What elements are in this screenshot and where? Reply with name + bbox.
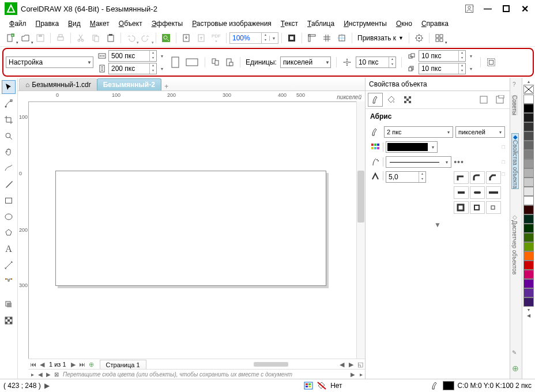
no-fill-well[interactable] bbox=[523, 85, 534, 94]
outline-style-settings-icon[interactable]: ••• bbox=[454, 157, 464, 167]
drawing-area[interactable]: 0 100 200 300 400 500 пикселей 0 100 200… bbox=[18, 91, 365, 379]
new-doc-icon[interactable]: +▾ bbox=[3, 32, 17, 44]
palette-swatch[interactable] bbox=[523, 104, 534, 113]
grid-toggle-icon[interactable] bbox=[320, 32, 334, 44]
cap-square[interactable] bbox=[486, 186, 501, 199]
palette-scroll-up[interactable]: ▴ bbox=[528, 79, 530, 84]
menu-layout[interactable]: Макет bbox=[86, 20, 113, 28]
redo-icon[interactable]: ▾ bbox=[139, 32, 153, 44]
ellipse-tool[interactable] bbox=[2, 210, 15, 223]
menu-bitmap[interactable]: Растровые изображения bbox=[189, 20, 275, 28]
page-next[interactable]: ▶ bbox=[69, 361, 78, 368]
snap-dropdown[interactable]: Привязать к▼ bbox=[355, 34, 406, 42]
status-outline-swatch[interactable] bbox=[443, 381, 454, 390]
palette-swatch[interactable] bbox=[523, 251, 534, 261]
menu-table[interactable]: Таблица bbox=[304, 20, 338, 28]
pos-inside[interactable] bbox=[486, 201, 501, 214]
pos-outside[interactable] bbox=[454, 201, 469, 214]
treat-as-filled-icon[interactable] bbox=[486, 57, 496, 67]
print-icon[interactable] bbox=[54, 32, 67, 44]
palette-swatch[interactable] bbox=[523, 214, 534, 224]
palette-swatch[interactable] bbox=[523, 224, 534, 233]
orientation-landscape[interactable] bbox=[184, 55, 199, 69]
expand-section[interactable]: ▼ bbox=[370, 217, 505, 232]
corner-bevel[interactable] bbox=[486, 171, 501, 184]
menu-text[interactable]: Текст bbox=[277, 20, 302, 28]
signin-icon[interactable]: 1 bbox=[460, 1, 479, 16]
docker-object-manager[interactable]: ◇Диспетчер объектов bbox=[511, 214, 518, 274]
palette-swatch[interactable] bbox=[523, 242, 534, 251]
page-add[interactable]: ⊕ bbox=[87, 361, 96, 368]
close-button[interactable]: ✕ bbox=[515, 1, 534, 16]
minimize-button[interactable]: — bbox=[479, 1, 497, 16]
outline-units-combo[interactable]: ▾ bbox=[455, 126, 505, 138]
document-palette[interactable]: ▸◀▶ ⊠ Перетащите сюда цвета (или объекты… bbox=[28, 369, 365, 379]
page-width-input[interactable]: ▴▾ bbox=[108, 50, 157, 62]
menu-view[interactable]: Вид bbox=[65, 20, 84, 28]
page-width-dd[interactable]: ▾ bbox=[158, 54, 166, 59]
maximize-button[interactable] bbox=[497, 1, 515, 16]
options-icon[interactable] bbox=[412, 32, 426, 44]
connector-tool[interactable] bbox=[2, 275, 15, 288]
palette-swatch[interactable] bbox=[523, 196, 534, 205]
status-play-icon[interactable]: ▶ bbox=[44, 382, 50, 390]
add-docker-icon[interactable]: ⊕ bbox=[512, 364, 519, 373]
horizontal-scrollbar[interactable] bbox=[150, 361, 334, 368]
eyedropper-side-icon[interactable]: ✎ bbox=[512, 349, 517, 356]
search-content-icon[interactable] bbox=[159, 32, 173, 44]
palette-swatch[interactable] bbox=[523, 131, 534, 141]
shape-tool[interactable] bbox=[2, 97, 15, 110]
open-icon[interactable]: ▾ bbox=[18, 32, 32, 44]
text-tool[interactable]: A bbox=[2, 243, 15, 255]
copy-icon[interactable] bbox=[89, 32, 103, 44]
cap-butt[interactable] bbox=[454, 186, 469, 199]
nudge-input[interactable]: ▴▾ bbox=[356, 56, 396, 68]
outline-width-combo[interactable]: ▾ bbox=[384, 126, 453, 138]
menu-help[interactable]: Справка bbox=[418, 20, 452, 28]
save-icon[interactable] bbox=[33, 32, 47, 44]
artistic-media-tool[interactable] bbox=[2, 178, 15, 191]
ruler-toggle-icon[interactable] bbox=[305, 32, 319, 44]
palette-swatch[interactable] bbox=[523, 178, 534, 187]
crop-tool[interactable] bbox=[2, 114, 15, 126]
docker-object-props[interactable]: ◆Свойства объекта bbox=[511, 133, 519, 189]
add-tab-button[interactable]: + bbox=[161, 82, 172, 91]
page-last[interactable]: ⏭ bbox=[78, 361, 87, 368]
page-first[interactable]: ⏮ bbox=[28, 361, 37, 368]
rectangle-tool[interactable] bbox=[2, 194, 15, 207]
help-icon[interactable]: ? bbox=[513, 81, 516, 88]
page-height-input[interactable]: ▴▾ bbox=[108, 63, 157, 74]
zoom-input[interactable] bbox=[230, 34, 261, 42]
menu-edit[interactable]: Правка bbox=[32, 20, 63, 28]
tab-outline-icon[interactable] bbox=[368, 93, 383, 107]
menu-window[interactable]: Окно bbox=[393, 20, 416, 28]
palette-swatch[interactable] bbox=[523, 187, 534, 196]
export-icon[interactable] bbox=[194, 32, 208, 44]
fullscreen-icon[interactable] bbox=[285, 32, 299, 44]
polygon-tool[interactable] bbox=[2, 227, 15, 239]
palette-swatch[interactable] bbox=[523, 159, 534, 168]
ruler-horizontal[interactable]: 0 100 200 300 400 500 пикселей bbox=[28, 91, 365, 102]
palette-swatch[interactable] bbox=[523, 270, 534, 279]
tab-frame-extra-icon[interactable] bbox=[492, 93, 507, 107]
import-icon[interactable] bbox=[179, 32, 193, 44]
palette-scroll-down[interactable]: ▾ bbox=[528, 307, 530, 312]
palette-swatch[interactable] bbox=[523, 279, 534, 288]
apply-all-pages-icon[interactable] bbox=[210, 57, 221, 67]
menu-file[interactable]: Файл bbox=[6, 20, 30, 28]
vertical-scrollbar[interactable] bbox=[356, 101, 365, 359]
page-prev[interactable]: ◀ bbox=[37, 361, 47, 368]
units-combo[interactable]: ▼ bbox=[280, 56, 331, 68]
palette-swatch[interactable] bbox=[523, 297, 534, 307]
cap-round[interactable] bbox=[470, 186, 485, 199]
pdf-icon[interactable]: PDF▸ bbox=[209, 32, 223, 44]
undo-icon[interactable]: ▾ bbox=[124, 32, 138, 44]
no-color-well[interactable]: ⊠ bbox=[52, 371, 61, 378]
miter-limit-input[interactable]: ▴▾ bbox=[386, 171, 426, 183]
dimension-tool[interactable] bbox=[2, 259, 15, 272]
page-preset-combo[interactable]: ▼ bbox=[6, 56, 93, 68]
palette-swatch[interactable] bbox=[523, 122, 534, 131]
pos-center[interactable] bbox=[470, 201, 485, 214]
palette-flyout[interactable]: ◀ bbox=[527, 313, 530, 318]
ruler-vertical[interactable]: 0 100 200 300 bbox=[18, 101, 29, 359]
